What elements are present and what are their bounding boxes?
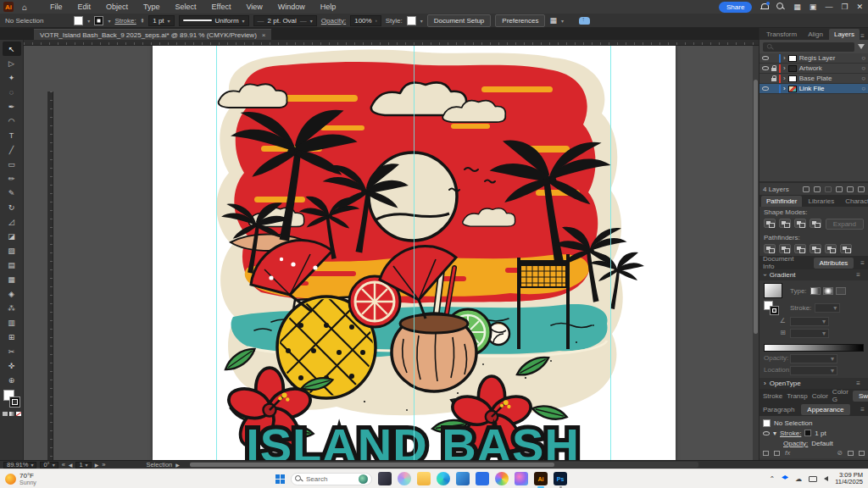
document-tab[interactable]: VOTR_Island Bash_Back_9 2025_seps.ai* @ …	[34, 29, 271, 40]
horizontal-scrollbar[interactable]	[190, 462, 698, 468]
opacity-panel-link[interactable]: Opacity:	[321, 17, 346, 25]
menu-select[interactable]: Select	[168, 0, 204, 14]
tab-close-icon[interactable]: ×	[262, 31, 266, 39]
cloud-upload-icon[interactable]	[579, 17, 590, 25]
edge-app[interactable]	[437, 472, 450, 485]
guide-right[interactable]	[610, 46, 611, 460]
expand-chevron-icon[interactable]: ›	[783, 54, 786, 62]
document-setup-button[interactable]: Document Setup	[427, 14, 492, 27]
tab-swatches[interactable]: Swatches	[853, 391, 868, 402]
eyedropper-tool[interactable]: ◈	[3, 286, 21, 301]
next-artboard-icon[interactable]: ▶	[95, 462, 99, 468]
zoom-tool[interactable]: ⊕	[3, 373, 21, 387]
arrange-documents-icon[interactable]: ▦	[793, 3, 801, 11]
symbol-sprayer-tool[interactable]: ▥	[3, 315, 21, 330]
paintbrush-tool[interactable]: ✏	[3, 171, 21, 186]
target-circle-icon[interactable]: ○	[861, 75, 865, 82]
visibility-eye-icon[interactable]	[762, 56, 769, 60]
stroke-panel-link[interactable]: Stroke:	[114, 17, 136, 25]
workspace-switcher-icon[interactable]: ▣	[810, 3, 817, 11]
artboard[interactable]: ISLAND BASH	[153, 46, 676, 460]
copilot-app[interactable]	[398, 472, 411, 485]
unite-icon[interactable]	[764, 219, 776, 228]
tab-stroke[interactable]: Stroke	[763, 392, 782, 400]
photos-app[interactable]	[495, 472, 509, 485]
gradient-thumbnail[interactable]	[764, 283, 782, 298]
style-dropdown-icon[interactable]: ▾	[420, 18, 423, 24]
radial-gradient-icon[interactable]	[823, 287, 833, 295]
vertical-scrollbar[interactable]	[753, 46, 759, 460]
align-dropdown-icon[interactable]: ▾	[561, 18, 564, 24]
type-tool[interactable]: T	[3, 128, 21, 142]
taskbar-weather-widget[interactable]: 70°F Sunny	[0, 472, 127, 485]
opacity-field[interactable]: 100%›	[350, 15, 381, 26]
layers-search-input[interactable]	[763, 42, 854, 52]
rotate-tool[interactable]: ↻	[3, 200, 21, 214]
panel-menu-icon[interactable]: ≡	[856, 271, 864, 279]
color-mode-icon[interactable]	[3, 412, 8, 416]
selection-tool[interactable]: ↖	[3, 42, 21, 56]
minus-front-icon[interactable]	[779, 219, 791, 228]
new-effect-icon[interactable]: fx	[785, 449, 790, 457]
guide-center[interactable]	[414, 46, 415, 460]
menu-object[interactable]: Object	[98, 0, 136, 14]
outlook-app[interactable]	[456, 472, 470, 485]
tab-character[interactable]: Character	[840, 196, 868, 207]
tab-align[interactable]: Align	[803, 29, 828, 40]
target-circle-icon[interactable]: ○	[861, 54, 865, 62]
lasso-tool[interactable]: ◌	[3, 85, 21, 99]
panel-menu-icon[interactable]: ≡	[856, 380, 864, 387]
hand-tool[interactable]: ✜	[3, 358, 21, 373]
zoom-level-select[interactable]: 89.91%▾	[3, 462, 36, 469]
align-options-icon[interactable]: ▦	[549, 16, 557, 25]
new-fill-icon[interactable]	[774, 451, 780, 456]
slice-tool[interactable]: ✂	[3, 344, 21, 358]
tab-layers[interactable]: Layers	[829, 29, 860, 40]
start-button[interactable]	[275, 474, 285, 484]
visibility-eye-icon[interactable]	[762, 66, 769, 70]
line-segment-tool[interactable]: ╱	[3, 142, 21, 157]
menu-window[interactable]: Window	[270, 0, 313, 14]
gradient-fill-stroke[interactable]	[764, 301, 781, 314]
visibility-eye-icon[interactable]	[762, 86, 769, 91]
delete-item-icon[interactable]	[859, 451, 865, 456]
stroke-dropdown-icon[interactable]: ▾	[108, 18, 110, 24]
home-icon[interactable]: ⌂	[19, 3, 31, 12]
menu-edit[interactable]: Edit	[70, 0, 99, 14]
notifications-bell-icon[interactable]	[760, 3, 768, 11]
panel-menu-icon[interactable]: ≡	[860, 32, 868, 40]
restore-button[interactable]: ❐	[841, 3, 848, 11]
layer-row-link-file[interactable]: › Link File ○	[760, 84, 868, 94]
stroke-proxy-swatch[interactable]	[9, 396, 20, 408]
eraser-tool[interactable]: ◪	[3, 229, 21, 243]
tab-color[interactable]: Color	[812, 392, 828, 400]
tab-transform[interactable]: Transform	[761, 29, 802, 40]
menu-type[interactable]: Type	[136, 0, 168, 14]
rectangle-tool[interactable]: ▭	[3, 157, 21, 171]
visibility-eye-icon[interactable]	[763, 431, 770, 435]
preferences-button[interactable]: Preferences	[495, 14, 545, 27]
linear-gradient-icon[interactable]	[810, 287, 821, 295]
fill-stroke-control[interactable]	[3, 390, 21, 410]
dropbox-app[interactable]	[476, 472, 489, 485]
illustrator-app[interactable]: Ai	[534, 472, 548, 485]
file-explorer-app[interactable]	[417, 472, 431, 485]
blend-tool[interactable]: ⁂	[3, 301, 21, 315]
menu-file[interactable]: File	[42, 0, 70, 14]
layer-name[interactable]: Link File	[799, 85, 825, 92]
lock-icon[interactable]	[771, 68, 776, 71]
target-circle-icon[interactable]: ○	[861, 85, 865, 92]
mesh-tool[interactable]: ▦	[3, 272, 21, 286]
gradient-panel-header[interactable]: › Gradient ≡	[760, 269, 868, 280]
curvature-tool[interactable]: ◠	[3, 114, 21, 128]
dropbox-tray-icon[interactable]	[782, 475, 788, 482]
panel-menu-icon[interactable]: ≡	[860, 406, 868, 413]
panel-menu-icon[interactable]: ≡	[860, 259, 868, 267]
minus-back-icon[interactable]	[840, 244, 852, 253]
display-tray-icon[interactable]	[809, 476, 817, 482]
layer-row-base-plate[interactable]: › Base Plate ○	[760, 74, 868, 84]
expand-chevron-icon[interactable]: ›	[783, 75, 786, 82]
filter-icon[interactable]	[858, 44, 865, 49]
stroke-weight-field[interactable]: 1 pt▾	[148, 15, 174, 26]
new-stroke-icon[interactable]	[763, 451, 769, 456]
